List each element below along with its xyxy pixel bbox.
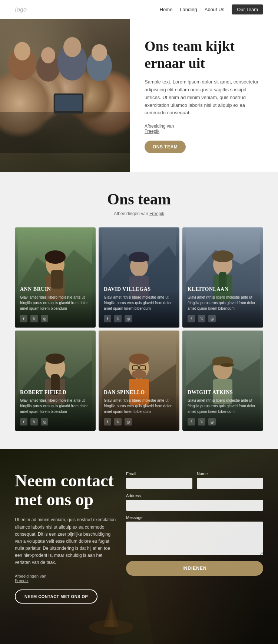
team-card-robert[interactable]: ROBERT FIFIELD Glavi amet ritnisi libero… xyxy=(15,331,96,431)
svg-point-5 xyxy=(41,47,55,63)
team-card-social-4: f 𝕏 ◎ xyxy=(20,418,90,426)
svg-point-40 xyxy=(132,370,146,379)
team-card-kleiton[interactable]: KLEITONLAAN Glavi amet ritnisi libero mo… xyxy=(182,227,263,328)
svg-point-17 xyxy=(45,250,66,264)
message-label: Message xyxy=(126,515,263,520)
hero-button[interactable]: ONS TEAM xyxy=(145,141,186,153)
contact-button[interactable]: NEEM CONTACT MET ONS OP xyxy=(15,589,97,604)
form-row-3: Message xyxy=(126,515,263,555)
instagram-icon-3[interactable]: ◎ xyxy=(208,315,216,322)
twitter-icon-2[interactable]: 𝕏 xyxy=(114,315,122,322)
email-group: Email xyxy=(126,472,192,489)
svg-point-29 xyxy=(212,250,234,262)
svg-point-7 xyxy=(63,37,81,57)
message-group: Message xyxy=(126,515,263,555)
instagram-icon-4[interactable]: ◎ xyxy=(41,418,48,426)
team-member-desc-2: Glavi amet ritnisi libero molestie ante … xyxy=(104,295,174,311)
hero-image xyxy=(0,19,130,172)
team-member-desc-4: Glavi amet ritnisi libero molestie ante … xyxy=(20,398,90,414)
name-input[interactable] xyxy=(197,478,263,489)
form-row-2: Address xyxy=(126,493,263,511)
nav-about[interactable]: About Us xyxy=(205,7,224,12)
team-card-overlay-6: DWIGHT ATKINS Glavi amet ritnisi libero … xyxy=(182,384,263,431)
contact-credit: Afbeeldingen van Freepik xyxy=(15,574,119,583)
hero-credit-link[interactable]: Freepik xyxy=(145,129,159,134)
contact-title: Neem contact met ons op xyxy=(15,472,119,509)
contact-credit-link[interactable]: Freepik xyxy=(15,578,29,583)
twitter-icon-3[interactable]: 𝕏 xyxy=(198,315,205,322)
name-label: Name xyxy=(197,472,263,476)
hero-image-placeholder xyxy=(0,19,130,172)
twitter-icon-5[interactable]: 𝕏 xyxy=(114,418,122,426)
team-card-ann[interactable]: ANN BRUIN Glavi amet ritnisi libero mole… xyxy=(15,227,96,328)
team-card-david[interactable]: DAVID VILLEGAS Glavi amet ritnisi libero… xyxy=(99,227,179,328)
team-member-name-3: KLEITONLAAN xyxy=(188,286,258,292)
facebook-icon-6[interactable]: f xyxy=(188,418,195,426)
twitter-icon-4[interactable]: 𝕏 xyxy=(30,418,38,426)
facebook-icon-3[interactable]: f xyxy=(188,315,195,322)
instagram-icon-5[interactable]: ◎ xyxy=(125,418,132,426)
svg-point-35 xyxy=(46,354,65,364)
facebook-icon-4[interactable]: f xyxy=(20,418,27,426)
nav-landing[interactable]: Landing xyxy=(180,7,197,12)
team-member-name-5: DAN SPINELLO xyxy=(104,390,174,395)
svg-point-3 xyxy=(14,42,30,60)
hero-content: Ons team kijkt ernaar uit Sample text. L… xyxy=(130,19,278,172)
facebook-icon-5[interactable]: f xyxy=(104,418,111,426)
hero-title: Ons team kijkt ernaar uit xyxy=(145,38,263,72)
team-card-dwight[interactable]: DWIGHT ATKINS Glavi amet ritnisi libero … xyxy=(182,331,263,431)
svg-rect-11 xyxy=(55,95,82,111)
team-card-overlay-2: DAVID VILLEGAS Glavi amet ritnisi libero… xyxy=(99,280,179,328)
team-title: Ons team xyxy=(15,190,263,208)
contact-form: Email Name Address Message INDIENEN xyxy=(126,472,263,576)
email-input[interactable] xyxy=(126,478,192,489)
logo: logo xyxy=(15,6,27,13)
message-textarea[interactable] xyxy=(126,522,263,555)
team-member-desc-1: Glavi amet ritnisi libero molestie ante … xyxy=(20,295,90,311)
team-section: Ons team Afbeeldingen van Freepik xyxy=(0,172,278,449)
submit-button[interactable]: INDIENEN xyxy=(126,561,263,576)
team-card-dan[interactable]: DAN SPINELLO Glavi amet ritnisi libero m… xyxy=(99,331,179,431)
instagram-icon-2[interactable]: ◎ xyxy=(125,315,132,322)
team-card-social-5: f 𝕏 ◎ xyxy=(104,418,174,426)
team-member-name-6: DWIGHT ATKINS xyxy=(188,390,258,395)
team-card-social-6: f 𝕏 ◎ xyxy=(188,418,258,426)
svg-point-44 xyxy=(129,354,149,365)
contact-section: Neem contact met ons op Ut enim ad minim… xyxy=(0,449,278,644)
team-card-social-1: f 𝕏 ◎ xyxy=(20,315,90,322)
team-member-desc-3: Glavi amet ritnisi libero molestie ante … xyxy=(188,295,258,311)
hero-description: Sample text. Lorem ipsum dolor sit amet,… xyxy=(145,78,263,117)
contact-description: Ut enim ad minim veniam, quis nostrud ex… xyxy=(15,516,119,566)
team-member-desc-6: Glavi amet ritnisi libero molestie ante … xyxy=(188,398,258,414)
address-label: Address xyxy=(126,493,263,498)
instagram-icon-6[interactable]: ◎ xyxy=(208,418,216,426)
team-card-social-2: f 𝕏 ◎ xyxy=(104,315,174,322)
team-credit: Afbeeldingen van Freepik xyxy=(15,211,263,216)
navbar: logo Home Landing About Us Our Team xyxy=(0,0,278,19)
team-credit-link[interactable]: Freepik xyxy=(149,211,164,216)
nav-home[interactable]: Home xyxy=(160,7,173,12)
team-card-overlay-3: KLEITONLAAN Glavi amet ritnisi libero mo… xyxy=(182,280,263,328)
facebook-icon-1[interactable]: f xyxy=(20,315,27,322)
hero-section: Ons team kijkt ernaar uit Sample text. L… xyxy=(0,19,278,172)
team-member-name-4: ROBERT FIFIELD xyxy=(20,390,90,395)
address-input[interactable] xyxy=(126,500,263,511)
team-member-desc-5: Glavi amet ritnisi libero molestie ante … xyxy=(104,398,174,414)
nav-links: Home Landing About Us Our Team xyxy=(160,4,263,14)
instagram-icon-1[interactable]: ◎ xyxy=(41,315,48,322)
form-row-1: Email Name xyxy=(126,472,263,489)
svg-rect-1 xyxy=(0,112,130,153)
team-member-name-2: DAVID VILLEGAS xyxy=(104,286,174,292)
twitter-icon-6[interactable]: 𝕏 xyxy=(198,418,205,426)
svg-point-51 xyxy=(221,363,234,367)
svg-point-9 xyxy=(92,44,107,61)
nav-our-team[interactable]: Our Team xyxy=(232,4,263,14)
team-card-overlay-5: DAN SPINELLO Glavi amet ritnisi libero m… xyxy=(99,384,179,431)
team-card-overlay-4: ROBERT FIFIELD Glavi amet ritnisi libero… xyxy=(15,384,96,431)
facebook-icon-2[interactable]: f xyxy=(104,315,111,322)
twitter-icon-1[interactable]: 𝕏 xyxy=(30,315,38,322)
team-card-overlay-1: ANN BRUIN Glavi amet ritnisi libero mole… xyxy=(15,280,96,328)
svg-marker-58 xyxy=(107,605,115,627)
contact-left: Neem contact met ons op Ut enim ad minim… xyxy=(15,472,126,604)
team-card-social-3: f 𝕏 ◎ xyxy=(188,315,258,322)
